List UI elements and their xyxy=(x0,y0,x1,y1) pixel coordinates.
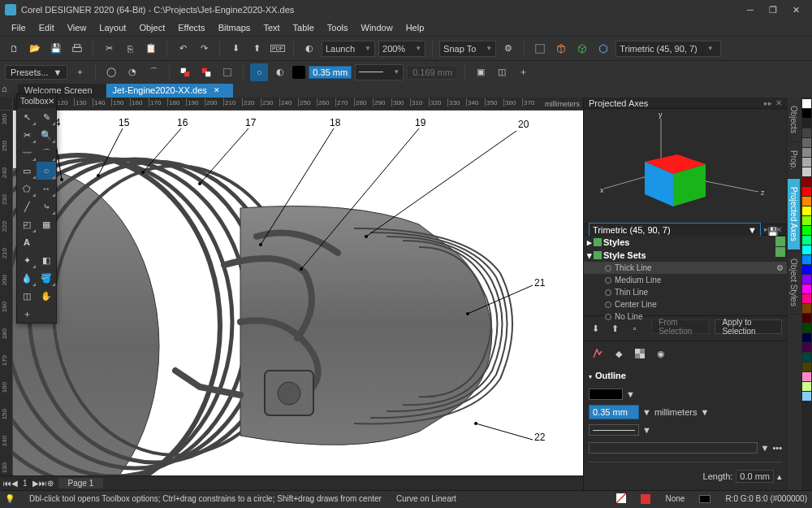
hints-icon[interactable]: 💡 xyxy=(5,494,15,503)
color-swatch[interactable] xyxy=(802,236,811,245)
projection-dropdown[interactable]: Trimetric (45, 90, 7)▼ xyxy=(615,41,721,57)
foreground-swatch[interactable] xyxy=(292,66,305,79)
snap-off-icon[interactable] xyxy=(218,63,236,81)
ruler-origin[interactable] xyxy=(0,98,13,111)
color-swatch[interactable] xyxy=(802,294,811,303)
cube-iso3-icon[interactable] xyxy=(594,40,612,58)
options-button[interactable]: ⚙ xyxy=(499,40,517,58)
pdf-button[interactable]: PDF xyxy=(269,40,287,58)
page-next-button[interactable]: ▶ xyxy=(32,479,39,488)
polygon-tool[interactable]: ⬠ xyxy=(17,180,37,198)
color-swatch[interactable] xyxy=(802,99,811,108)
callout-22[interactable]: 22 xyxy=(534,432,545,443)
color-swatch[interactable] xyxy=(802,206,811,215)
paste-button[interactable]: 📋 xyxy=(142,40,160,58)
menu-file[interactable]: File xyxy=(5,21,32,34)
page-first-button[interactable]: ⏮ xyxy=(3,479,11,488)
save-button[interactable]: 💾 xyxy=(47,40,65,58)
undo-button[interactable]: ↶ xyxy=(174,40,192,58)
outline-attr-icon[interactable] xyxy=(589,345,607,363)
outline-width-panel-input[interactable]: 0.35 mm xyxy=(589,405,639,419)
outline-color-tool[interactable]: ◫ xyxy=(17,287,37,305)
tab-document[interactable]: Jet-Engine2020-XX.des✕ xyxy=(106,84,233,98)
import-button[interactable]: ⬇ xyxy=(227,40,244,58)
docked-axes[interactable]: Projected Axes xyxy=(788,179,800,250)
zoom-dropdown[interactable]: 200%▼ xyxy=(378,41,425,57)
ellipse-mode-icon[interactable]: ○ xyxy=(250,63,268,81)
fill-tool[interactable]: 🪣 xyxy=(37,269,56,287)
maximize-button[interactable]: ❐ xyxy=(762,1,784,19)
fill-attr-icon[interactable]: ◆ xyxy=(610,345,628,363)
export-button[interactable]: ⬆ xyxy=(248,40,266,58)
eyedropper-tool[interactable]: 💧 xyxy=(17,269,37,287)
callout-tool[interactable]: ◰ xyxy=(17,215,37,233)
menu-view[interactable]: View xyxy=(61,21,93,34)
callout-17[interactable]: 17 xyxy=(245,117,256,128)
transparency-tool[interactable]: ◧ xyxy=(37,251,56,269)
style-thin-line[interactable]: Thin Line xyxy=(584,286,787,298)
color-swatch[interactable] xyxy=(802,353,811,362)
menu-help[interactable]: Help xyxy=(400,21,431,34)
cut-button[interactable]: ✂ xyxy=(100,40,118,58)
outline-swatch-icon[interactable] xyxy=(641,494,650,504)
menu-table[interactable]: Table xyxy=(287,21,321,34)
menu-edit[interactable]: Edit xyxy=(32,21,61,34)
callout-20[interactable]: 20 xyxy=(518,119,529,130)
color-swatch[interactable] xyxy=(802,372,811,381)
smart-fill-tool[interactable]: ✋ xyxy=(37,287,56,305)
color-swatch[interactable] xyxy=(802,197,811,206)
new-button[interactable]: 🗋 xyxy=(5,40,23,58)
menu-window[interactable]: Window xyxy=(355,21,400,34)
page-last-button[interactable]: ⏭ xyxy=(39,479,47,488)
snap-dropdown[interactable]: Snap To▼ xyxy=(439,41,496,57)
length-stepper-up[interactable]: ▴ xyxy=(777,471,782,482)
color-swatch[interactable] xyxy=(802,109,811,118)
color-swatch[interactable] xyxy=(802,275,811,284)
transparency-attr-icon[interactable] xyxy=(631,345,649,363)
color-swatch[interactable] xyxy=(802,128,811,137)
color-swatch[interactable] xyxy=(802,343,811,352)
line-tool[interactable]: ╱ xyxy=(17,198,37,215)
color-swatch[interactable] xyxy=(802,265,811,274)
page-tab-1[interactable]: Page 1 xyxy=(58,478,104,488)
toolbox[interactable]: Toolbox✕ ↖ ✎ ✂ 🔍 〰 ⌒ ▭ ○ ⬠ ↔ ╱ ⤷ ◰ ▦ A ✦… xyxy=(16,93,57,323)
ruler-vertical[interactable]: 2602502402302202102001901801701601501401… xyxy=(0,111,13,475)
color-swatch[interactable] xyxy=(802,216,811,225)
minimize-button[interactable]: ─ xyxy=(739,1,762,19)
halo-attr-icon[interactable]: ◉ xyxy=(652,345,670,363)
outline-width-input[interactable]: 0.35 mm xyxy=(309,66,352,79)
menu-tools[interactable]: Tools xyxy=(321,21,355,34)
text-tool[interactable]: A xyxy=(17,233,37,251)
outline-section-title[interactable]: Outline xyxy=(595,371,626,380)
color-swatch[interactable] xyxy=(802,333,811,342)
color-swatch[interactable] xyxy=(802,148,811,157)
copy-button[interactable]: ⎘ xyxy=(121,40,139,58)
color-swatch[interactable] xyxy=(802,167,811,176)
color-palette[interactable] xyxy=(801,98,812,490)
color-swatch[interactable] xyxy=(802,363,811,371)
wrap-icon[interactable]: ▣ xyxy=(472,63,490,81)
color-swatch[interactable] xyxy=(802,304,811,313)
effects-tool[interactable]: ✦ xyxy=(17,251,37,269)
callout-21[interactable]: 21 xyxy=(534,277,545,289)
add-styleset-icon[interactable] xyxy=(775,247,785,257)
callout-19[interactable]: 19 xyxy=(415,117,425,128)
style-center-line[interactable]: Center Line xyxy=(584,298,787,310)
print-button[interactable] xyxy=(68,40,86,58)
line-style-dropdown[interactable]: ▼ xyxy=(355,64,404,80)
page-prev-button[interactable]: ◀ xyxy=(11,479,18,488)
projected-axes-header[interactable]: Projected Axes ▸▸✕ xyxy=(584,98,787,109)
fill-swatch-none-icon[interactable] xyxy=(616,493,626,505)
color-swatch[interactable] xyxy=(802,226,811,235)
callout-18[interactable]: 18 xyxy=(330,117,340,128)
color-swatch[interactable] xyxy=(802,382,811,391)
outline-more-button[interactable]: ••• xyxy=(772,443,782,453)
connector-tool[interactable]: ⤷ xyxy=(37,198,56,215)
color-swatch[interactable] xyxy=(802,245,811,254)
style-thick-line[interactable]: Thick Line⚙ xyxy=(584,262,787,274)
color-swatch[interactable] xyxy=(802,284,811,293)
outline-units[interactable]: millimeters xyxy=(654,407,698,417)
add-tool-button[interactable]: ＋ xyxy=(17,305,37,323)
styles-group[interactable]: ▸ Styles xyxy=(584,236,787,249)
launch-dropdown[interactable]: Launch▼ xyxy=(322,41,375,57)
